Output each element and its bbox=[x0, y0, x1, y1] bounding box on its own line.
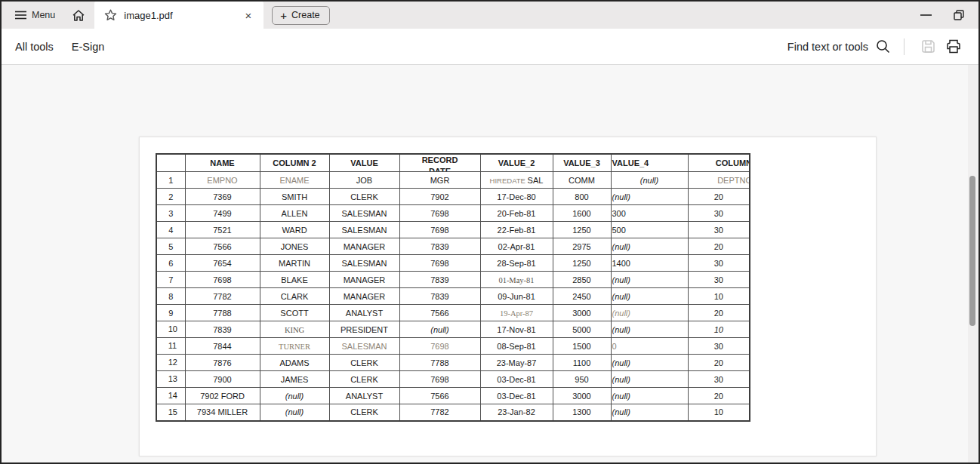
row-number-cell: 15 bbox=[156, 404, 185, 421]
cell-text: 7698 bbox=[430, 342, 448, 351]
cell-text: 09-Jun-81 bbox=[498, 292, 535, 301]
table-cell: 7566 bbox=[185, 238, 260, 255]
minimize-button[interactable] bbox=[909, 2, 942, 29]
cell-text: 7782 bbox=[213, 292, 231, 301]
column-header: RECORDDATE bbox=[399, 154, 480, 172]
table-cell: (null) bbox=[399, 321, 480, 338]
minimize-icon bbox=[920, 14, 932, 16]
cell-text: 10 bbox=[714, 407, 723, 416]
cell-text: 20 bbox=[714, 392, 723, 401]
table-cell: 3000 bbox=[553, 388, 611, 404]
table-cell: JAMES bbox=[260, 371, 329, 388]
cell-text: JAMES bbox=[281, 375, 309, 384]
cell-text: 7654 bbox=[213, 259, 231, 268]
cell-text: TURNER bbox=[279, 343, 310, 351]
row-number-cell: 13 bbox=[156, 371, 185, 388]
cell-text: 03-Dec-81 bbox=[497, 392, 535, 401]
table-cell: ANALYST bbox=[329, 305, 399, 321]
cell-text: EMPNO bbox=[207, 176, 237, 185]
table-cell: ANALYST bbox=[329, 388, 399, 404]
table-cell: ADAMS bbox=[260, 355, 329, 371]
find-button[interactable]: Find text or tools bbox=[787, 39, 890, 54]
table-cell: 7566 bbox=[399, 388, 480, 404]
cell-text: MANAGER bbox=[344, 242, 386, 251]
table-cell: 3000 bbox=[553, 305, 611, 321]
table-cell: SALESMAN bbox=[329, 222, 399, 238]
search-icon bbox=[876, 39, 890, 54]
table-cell: SALESMAN bbox=[329, 255, 399, 272]
star-icon[interactable] bbox=[104, 9, 117, 21]
table-cell: 23-Jan-82 bbox=[480, 404, 553, 421]
cell-text: CLERK bbox=[350, 407, 378, 416]
save-button[interactable] bbox=[915, 34, 941, 60]
printer-icon bbox=[946, 39, 961, 54]
cell-text: 1100 bbox=[573, 358, 591, 367]
cell-text: BLAKE bbox=[281, 275, 307, 284]
create-button[interactable]: + Create bbox=[272, 6, 329, 25]
document-canvas: NAMECOLUMN 2VALUERECORDDATEVALUE_2VALUE_… bbox=[2, 65, 978, 462]
cell-text: 7839 bbox=[213, 325, 231, 334]
cell-text: PRESIDENT bbox=[341, 325, 388, 334]
table-cell: (null) bbox=[611, 355, 688, 371]
plus-icon: + bbox=[280, 10, 287, 21]
table-cell: 30 bbox=[688, 255, 750, 272]
table-cell: 7788 bbox=[185, 305, 260, 321]
table-cell: 7876 bbox=[185, 355, 260, 371]
cell-text: 20-Feb-81 bbox=[498, 209, 536, 218]
table-cell: 0 bbox=[611, 338, 688, 355]
cell-text: (null) bbox=[612, 392, 630, 401]
print-button[interactable] bbox=[941, 34, 966, 60]
cell-text: CLERK bbox=[350, 192, 378, 201]
scrollbar-thumb[interactable] bbox=[969, 176, 975, 326]
close-icon[interactable]: × bbox=[241, 8, 257, 23]
cell-text: 7782 bbox=[430, 407, 448, 416]
row-number-cell: 3 bbox=[156, 205, 185, 222]
cell-text: 7698 bbox=[430, 259, 448, 268]
table-cell: (null) bbox=[611, 288, 688, 305]
table-cell: BLAKE bbox=[260, 272, 329, 288]
column-header: VALUE bbox=[329, 154, 399, 172]
cell-text: 7900 bbox=[213, 375, 231, 384]
vertical-scrollbar[interactable] bbox=[968, 65, 978, 462]
table-row: 37499ALLENSALESMAN769820-Feb-81160030030 bbox=[156, 205, 750, 222]
toolbar-right-group: Find text or tools bbox=[787, 34, 966, 60]
column-header: VALUE_3 bbox=[553, 154, 611, 172]
table-cell: 7844 bbox=[185, 338, 260, 355]
esign-button[interactable]: E-Sign bbox=[63, 41, 114, 53]
cell-text: (null) bbox=[285, 407, 304, 416]
cell-text: 7698 bbox=[430, 209, 448, 218]
home-button[interactable] bbox=[63, 2, 94, 29]
table-cell: 10 bbox=[688, 321, 750, 338]
table-cell: (null) bbox=[611, 172, 688, 189]
table-cell: 1250 bbox=[553, 222, 611, 238]
table-cell: 1500 bbox=[553, 338, 611, 355]
cell-text: SMITH bbox=[282, 192, 307, 201]
cell-text: COMM bbox=[569, 176, 595, 185]
table-cell: 1600 bbox=[553, 205, 611, 222]
table-cell: (null) bbox=[260, 388, 329, 404]
document-tab[interactable]: image1.pdf × bbox=[94, 2, 263, 29]
cell-text: 1250 bbox=[572, 226, 590, 235]
table-row: 27369SMITHCLERK790217-Dec-80800(null)20 bbox=[156, 189, 750, 205]
table-cell: MARTIN bbox=[260, 255, 329, 272]
tab-title: image1.pdf bbox=[124, 10, 240, 21]
cell-text: 7499 bbox=[213, 209, 231, 218]
cell-text: 7521 bbox=[213, 226, 231, 235]
cell-text: 7876 bbox=[213, 358, 231, 367]
cell-text: (null) bbox=[612, 325, 630, 334]
cell-text: 2450 bbox=[572, 292, 590, 301]
table-cell: 800 bbox=[553, 189, 611, 205]
menu-button[interactable]: Menu bbox=[8, 2, 63, 29]
cell-text: 30 bbox=[714, 226, 723, 235]
table-cell: (null) bbox=[611, 404, 688, 421]
find-label: Find text or tools bbox=[787, 41, 868, 53]
cell-text: 17-Nov-81 bbox=[497, 325, 535, 334]
restore-button[interactable] bbox=[942, 2, 975, 29]
app-window: Menu image1.pdf × + Create bbox=[0, 0, 980, 464]
cell-text: 02-Apr-81 bbox=[498, 242, 535, 251]
table-row: 87782CLARKMANAGER783909-Jun-812450(null)… bbox=[156, 288, 750, 305]
table-cell: SALESMAN bbox=[329, 338, 399, 355]
table-cell: 7782 bbox=[399, 404, 480, 421]
all-tools-button[interactable]: All tools bbox=[6, 41, 63, 53]
table-cell: 7934 MILLER bbox=[185, 404, 260, 421]
